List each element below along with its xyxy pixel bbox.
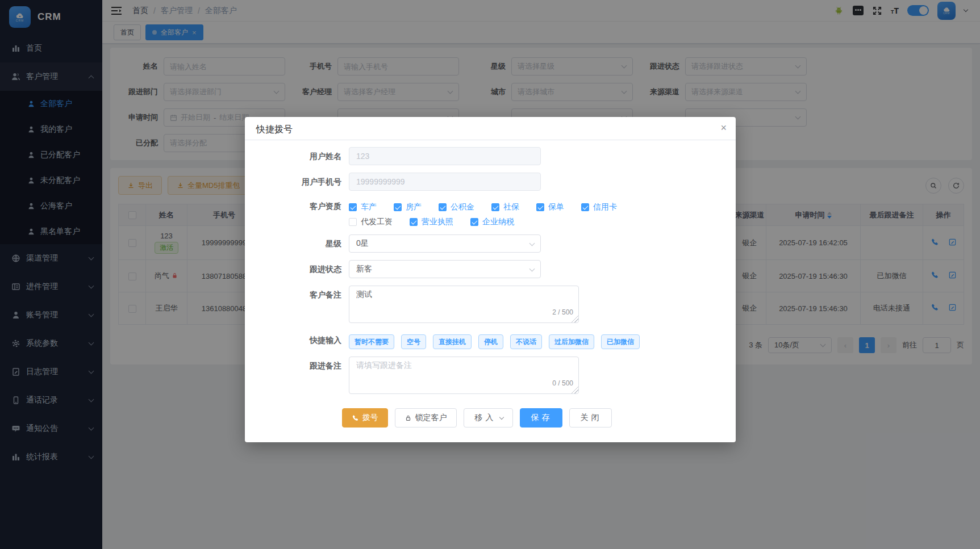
field-user-phone: 用户手机号 xyxy=(256,173,724,191)
move-into-button[interactable]: 移入 xyxy=(464,408,513,428)
quick-input-buttons: 暂时不需要 空号 直接挂机 停机 不说话 过后加微信 已加微信 xyxy=(349,333,640,349)
modal-header: 快捷拨号 × xyxy=(245,117,736,140)
lock-icon xyxy=(404,414,412,422)
star-level-select[interactable]: 0星 xyxy=(349,234,541,253)
chevron-down-icon xyxy=(529,266,535,272)
chevron-down-icon xyxy=(529,241,535,246)
quick-suspended-button[interactable]: 停机 xyxy=(478,334,503,349)
quick-no-talk-button[interactable]: 不说话 xyxy=(510,334,542,349)
qualification-checkbox-group: 车产 房产 公积金 社保 保单 信用卡 代发工资 营业执照 企业纳税 xyxy=(349,198,667,227)
qual-checkbox-house-asset[interactable]: 房产 xyxy=(394,202,422,212)
quick-hangup-button[interactable]: 直接挂机 xyxy=(433,334,472,349)
field-follow-remark: 跟进备注 0 / 500 xyxy=(256,357,724,396)
user-name-input[interactable] xyxy=(349,147,541,165)
field-qualifications: 客户资质 车产 房产 公积金 社保 保单 信用卡 代发工资 营业执照 企业纳税 xyxy=(256,198,724,227)
quick-wechat-added-button[interactable]: 已加微信 xyxy=(601,334,640,349)
quick-no-need-button[interactable]: 暂时不需要 xyxy=(349,334,394,349)
qual-checkbox-corporate-tax[interactable]: 企业纳税 xyxy=(470,217,514,227)
dial-button[interactable]: 拨号 xyxy=(342,408,388,428)
quick-wechat-later-button[interactable]: 过后加微信 xyxy=(549,334,594,349)
customer-remark-textarea[interactable]: 测试 xyxy=(349,286,579,323)
qual-checkbox-provident-fund[interactable]: 公积金 xyxy=(439,202,474,212)
chevron-down-icon xyxy=(499,414,503,419)
field-star-level: 星级 0星 xyxy=(256,234,724,253)
user-phone-input[interactable] xyxy=(349,173,541,191)
field-follow-status: 跟进状态 新客 xyxy=(256,260,724,278)
modal-body: 用户姓名 用户手机号 客户资质 车产 房产 公积金 社保 保单 信用卡 代发工资… xyxy=(245,140,736,406)
lock-customer-button[interactable]: 锁定客户 xyxy=(395,408,457,428)
phone-icon xyxy=(352,414,359,422)
quick-empty-number-button[interactable]: 空号 xyxy=(401,334,426,349)
qual-checkbox-insurance-policy[interactable]: 保单 xyxy=(536,202,564,212)
field-quick-input: 快捷输入 暂时不需要 空号 直接挂机 停机 不说话 过后加微信 已加微信 xyxy=(256,333,724,349)
char-counter: 2 / 500 xyxy=(552,308,573,316)
close-button[interactable]: 关闭 xyxy=(569,408,612,428)
qual-checkbox-car-asset[interactable]: 车产 xyxy=(349,202,377,212)
quick-dial-modal: 快捷拨号 × 用户姓名 用户手机号 客户资质 车产 房产 公积金 社保 保单 信… xyxy=(245,117,736,442)
char-counter: 0 / 500 xyxy=(552,379,573,387)
qual-checkbox-credit-card[interactable]: 信用卡 xyxy=(581,202,617,212)
save-button[interactable]: 保存 xyxy=(520,408,562,428)
follow-remark-textarea[interactable] xyxy=(349,357,579,394)
modal-footer: 拨号 锁定客户 移入 保存 关闭 xyxy=(245,406,736,442)
field-user-name: 用户姓名 xyxy=(256,147,724,165)
modal-title: 快捷拨号 xyxy=(256,124,293,134)
close-icon[interactable]: × xyxy=(720,123,727,133)
follow-status-select[interactable]: 新客 xyxy=(349,260,541,278)
qual-checkbox-salary-payroll[interactable]: 代发工资 xyxy=(349,217,393,227)
field-customer-remark: 客户备注 测试 2 / 500 xyxy=(256,286,724,325)
qual-checkbox-business-license[interactable]: 营业执照 xyxy=(410,217,453,227)
qual-checkbox-social-security[interactable]: 社保 xyxy=(491,202,519,212)
